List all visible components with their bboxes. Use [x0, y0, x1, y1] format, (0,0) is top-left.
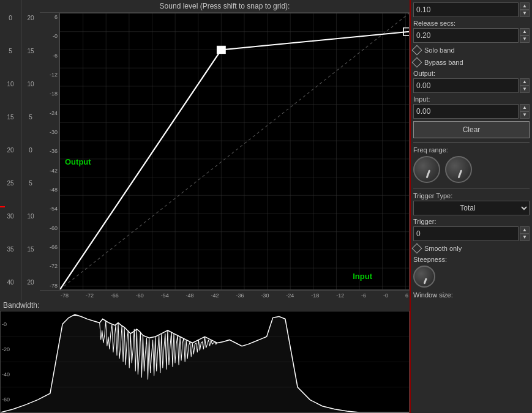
trigger-input[interactable]: [413, 226, 519, 241]
steepness-knob-row: [413, 264, 530, 289]
sound-level-control: ▲ ▼: [413, 2, 530, 17]
trigger-control: Trigger: ▲ ▼: [413, 218, 530, 241]
bandwidth-graph[interactable]: -0 -20 -40 -60: [0, 311, 410, 413]
graph-plot[interactable]: Output Input: [59, 13, 410, 290]
y-left-8: 40: [7, 279, 13, 286]
window-size-control: Window size:: [413, 291, 530, 299]
x-label-4: -54: [161, 292, 169, 299]
output-label: Output: [65, 157, 91, 179]
bandwidth-label: Bandwidth:: [0, 300, 410, 311]
trigger-spinner: ▲ ▼: [520, 226, 530, 241]
release-input[interactable]: [413, 28, 519, 43]
output-control: Output: ▲ ▼: [413, 70, 530, 93]
steepness-label: Steepness:: [413, 256, 530, 263]
smooth-only-checkbox[interactable]: [412, 244, 422, 254]
input-up[interactable]: ▲: [520, 104, 530, 111]
output-input[interactable]: [413, 78, 519, 93]
bypass-band-row[interactable]: Bypass band: [413, 58, 530, 67]
smooth-only-row[interactable]: Smooth only: [413, 244, 530, 253]
svg-rect-31: [217, 46, 226, 53]
right-panel: ▲ ▼ Release secs: ▲ ▼ Solo band B: [410, 0, 532, 413]
x-label-10: -18: [311, 292, 319, 299]
clear-button[interactable]: Clear: [413, 121, 530, 138]
db-label-2: -6: [53, 53, 58, 59]
output-up[interactable]: ▲: [520, 78, 530, 86]
solo-band-label: Solo band: [424, 47, 455, 54]
freq-knob-row: [413, 155, 530, 184]
freq-high-knob[interactable]: [445, 156, 472, 183]
y-axis-left: 0 5 10 15 20 25 30 35 40: [0, 0, 21, 300]
y-mid-5: 5: [29, 180, 32, 187]
freq-low-knob[interactable]: [413, 156, 440, 183]
input-input[interactable]: [413, 104, 519, 119]
release-down[interactable]: ▼: [520, 35, 530, 43]
left-panel: 0 5 10 15 20 25 30 35 40 20 15 10 5 0 5 …: [0, 0, 410, 413]
trigger-up[interactable]: ▲: [520, 226, 530, 234]
db-label-5: -24: [50, 110, 58, 116]
db-label-14: -78: [50, 283, 58, 289]
db-label-1: -0: [53, 33, 58, 39]
bypass-band-checkbox[interactable]: [412, 58, 422, 68]
smooth-only-label: Smooth only: [424, 245, 462, 252]
divider-2: [413, 188, 530, 188]
y-mid-4: 0: [29, 147, 32, 154]
db-label-13: -72: [50, 263, 58, 269]
db-label-12: -66: [50, 244, 58, 250]
x-label-6: -42: [211, 292, 219, 299]
output-spinner: ▲ ▼: [520, 78, 530, 93]
x-label-1: -72: [86, 292, 94, 299]
trigger-type-select[interactable]: Total Peak RMS: [413, 201, 530, 215]
db-label-11: -60: [50, 225, 58, 231]
db-label-6: -30: [50, 129, 58, 135]
y-mid-7: 15: [27, 246, 34, 253]
solo-band-checkbox[interactable]: [412, 45, 422, 56]
release-label: Release secs:: [413, 20, 530, 27]
release-control: Release secs: ▲ ▼: [413, 20, 530, 43]
input-control: Input: ▲ ▼: [413, 95, 530, 119]
freq-range-label: Freq range:: [413, 146, 530, 154]
input-spinner: ▲ ▼: [520, 104, 530, 119]
y-left-1: 5: [9, 48, 12, 54]
y-left-3: 15: [7, 114, 13, 121]
release-up[interactable]: ▲: [520, 28, 530, 35]
input-label: Input:: [413, 95, 530, 103]
x-label-13: -0: [383, 292, 388, 299]
db-label-10: -54: [50, 206, 58, 212]
bottom-section: Bandwidth: -0 -20 -40 -60: [0, 300, 410, 413]
y-left-0: 0: [9, 15, 12, 21]
y-axis-mid: 20 15 10 5 0 5 10 15 20: [21, 0, 40, 300]
red-marker: [0, 206, 5, 207]
trigger-down[interactable]: ▼: [520, 234, 530, 241]
output-label: Output:: [413, 70, 530, 77]
bandwidth-label-text: Bandwidth:: [3, 301, 39, 310]
y-left-4: 20: [7, 147, 13, 154]
graph-svg: [60, 13, 409, 289]
x-label-3: -60: [136, 292, 144, 299]
steepness-knob[interactable]: [413, 266, 435, 288]
x-label-14: 6: [405, 292, 408, 299]
svg-line-30: [60, 13, 409, 289]
x-label-0: -78: [61, 292, 69, 299]
x-axis-labels: -78 -72 -66 -60 -54 -48 -42 -36 -30 -24 …: [40, 290, 410, 300]
top-section: 0 5 10 15 20 25 30 35 40 20 15 10 5 0 5 …: [0, 0, 410, 300]
x-label-5: -48: [186, 292, 194, 299]
y-left-6: 30: [7, 213, 13, 220]
sound-level-spinner: ▲ ▼: [520, 2, 530, 17]
freq-range-control: Freq range:: [413, 146, 530, 184]
sound-level-down[interactable]: ▼: [520, 10, 530, 17]
y-mid-6: 10: [27, 213, 34, 220]
db-label-4: -18: [50, 91, 58, 97]
trigger-label: Trigger:: [413, 218, 530, 225]
sound-level-input[interactable]: [413, 2, 519, 17]
db-label-3: -12: [50, 72, 58, 78]
db-label-0: 6: [54, 14, 58, 20]
solo-band-row[interactable]: Solo band: [413, 45, 530, 55]
y-mid-1: 15: [27, 48, 34, 54]
x-label-7: -36: [236, 292, 244, 299]
y-mid-3: 5: [29, 114, 32, 121]
svg-marker-37: [1, 314, 409, 412]
sound-level-up[interactable]: ▲: [520, 2, 530, 10]
output-down[interactable]: ▼: [520, 86, 530, 93]
db-label-7: -36: [50, 148, 58, 154]
input-down[interactable]: ▼: [520, 111, 530, 119]
